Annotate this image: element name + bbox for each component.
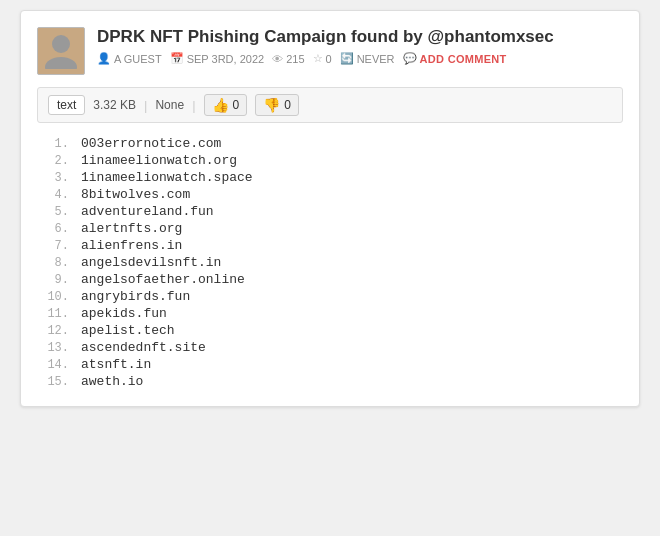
line-content: apelist.tech	[81, 323, 175, 338]
views-item: 👁 215	[272, 53, 304, 65]
author-label: A GUEST	[114, 53, 162, 65]
table-row: 6.alertnfts.org	[37, 220, 623, 237]
comment-item: 💬 ADD COMMENT	[403, 52, 507, 65]
table-row: 3.1inameelionwatch.space	[37, 169, 623, 186]
star-icon: ☆	[313, 52, 323, 65]
line-number: 8.	[37, 256, 69, 270]
table-row: 12.apelist.tech	[37, 322, 623, 339]
line-content: 1inameelionwatch.space	[81, 170, 253, 185]
table-row: 2.1inameelionwatch.org	[37, 152, 623, 169]
svg-point-0	[52, 35, 70, 53]
line-number: 15.	[37, 375, 69, 389]
toolbar: text 3.32 KB | None | 👍 0 👎 0	[37, 87, 623, 123]
line-content: aweth.io	[81, 374, 143, 389]
line-content: apekids.fun	[81, 306, 167, 321]
vote-down-button[interactable]: 👎 0	[255, 94, 299, 116]
stars-label: 0	[326, 53, 332, 65]
comment-icon: 💬	[403, 52, 417, 65]
refresh-icon: 🔄	[340, 52, 354, 65]
table-row: 9.angelsofaether.online	[37, 271, 623, 288]
table-row: 15.aweth.io	[37, 373, 623, 390]
line-number: 10.	[37, 290, 69, 304]
date-item: 📅 SEP 3RD, 2022	[170, 52, 264, 65]
line-content: alertnfts.org	[81, 221, 182, 236]
date-label: SEP 3RD, 2022	[187, 53, 264, 65]
line-number: 6.	[37, 222, 69, 236]
table-row: 13.ascendednft.site	[37, 339, 623, 356]
vote-up-button[interactable]: 👍 0	[204, 94, 248, 116]
table-row: 7.alienfrens.in	[37, 237, 623, 254]
line-number: 2.	[37, 154, 69, 168]
line-number: 7.	[37, 239, 69, 253]
stars-item: ☆ 0	[313, 52, 332, 65]
line-number: 4.	[37, 188, 69, 202]
thumbs-down-icon: 👎	[263, 97, 280, 113]
line-content: 8bitwolves.com	[81, 187, 190, 202]
calendar-icon: 📅	[170, 52, 184, 65]
table-row: 10.angrybirds.fun	[37, 288, 623, 305]
page-title: DPRK NFT Phishing Campaign found by @pha…	[97, 27, 623, 47]
line-content: angrybirds.fun	[81, 289, 190, 304]
code-block: 1.003errornotice.com2.1inameelionwatch.o…	[37, 135, 623, 390]
table-row: 1.003errornotice.com	[37, 135, 623, 152]
table-row: 8.angelsdevilsnft.in	[37, 254, 623, 271]
line-number: 1.	[37, 137, 69, 151]
table-row: 4.8bitwolves.com	[37, 186, 623, 203]
line-content: alienfrens.in	[81, 238, 182, 253]
vote-up-count: 0	[233, 98, 240, 112]
svg-point-1	[45, 57, 77, 69]
header: DPRK NFT Phishing Campaign found by @pha…	[37, 27, 623, 75]
author-item: 👤 A GUEST	[97, 52, 162, 65]
last-visit-item: 🔄 NEVER	[340, 52, 395, 65]
line-number: 11.	[37, 307, 69, 321]
line-content: 1inameelionwatch.org	[81, 153, 237, 168]
none-label: None	[155, 98, 184, 112]
views-label: 215	[286, 53, 304, 65]
line-number: 13.	[37, 341, 69, 355]
line-content: angelsdevilsnft.in	[81, 255, 221, 270]
file-size: 3.32 KB	[93, 98, 136, 112]
line-number: 3.	[37, 171, 69, 185]
user-meta-icon: 👤	[97, 52, 111, 65]
last-visit-label: NEVER	[357, 53, 395, 65]
text-tab[interactable]: text	[48, 95, 85, 115]
line-content: atsnft.in	[81, 357, 151, 372]
line-content: 003errornotice.com	[81, 136, 221, 151]
line-number: 14.	[37, 358, 69, 372]
main-card: DPRK NFT Phishing Campaign found by @pha…	[20, 10, 640, 407]
add-comment-button[interactable]: ADD COMMENT	[420, 53, 507, 65]
meta-row: 👤 A GUEST 📅 SEP 3RD, 2022 👁 215 ☆ 0 🔄	[97, 52, 623, 65]
line-number: 5.	[37, 205, 69, 219]
header-content: DPRK NFT Phishing Campaign found by @pha…	[97, 27, 623, 65]
user-icon	[45, 33, 77, 69]
avatar	[37, 27, 85, 75]
line-number: 12.	[37, 324, 69, 338]
line-content: ascendednft.site	[81, 340, 206, 355]
table-row: 5.adventureland.fun	[37, 203, 623, 220]
separator2: |	[192, 98, 195, 113]
vote-down-count: 0	[284, 98, 291, 112]
table-row: 11.apekids.fun	[37, 305, 623, 322]
separator1: |	[144, 98, 147, 113]
line-number: 9.	[37, 273, 69, 287]
table-row: 14.atsnft.in	[37, 356, 623, 373]
line-content: adventureland.fun	[81, 204, 214, 219]
eye-icon: 👁	[272, 53, 283, 65]
line-content: angelsofaether.online	[81, 272, 245, 287]
thumbs-up-icon: 👍	[212, 97, 229, 113]
